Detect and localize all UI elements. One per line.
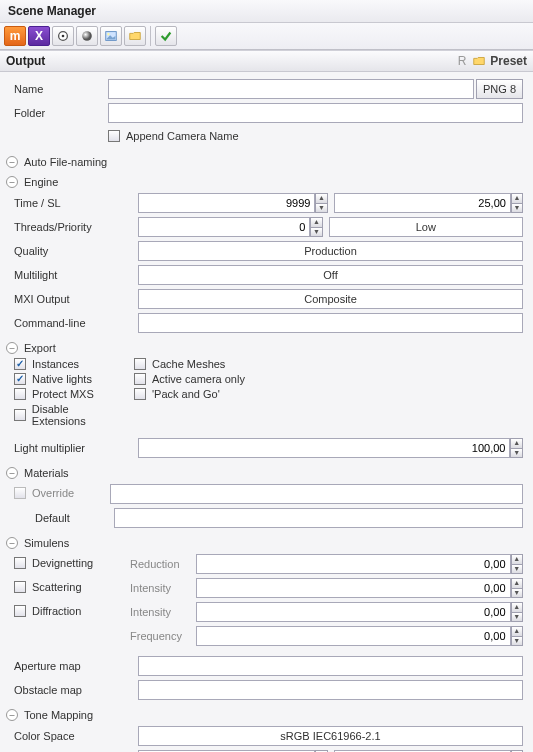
diffraction-checkbox[interactable]: Diffraction bbox=[14, 605, 126, 617]
window-title: Scene Manager bbox=[8, 4, 96, 18]
priority-combo[interactable]: Low bbox=[329, 217, 524, 237]
pack-and-go-checkbox[interactable]: 'Pack and Go' bbox=[134, 388, 245, 400]
intensity1-label: Intensity bbox=[126, 582, 196, 594]
svg-point-1 bbox=[62, 35, 65, 38]
svg-point-2 bbox=[82, 31, 92, 41]
section-title: Output bbox=[6, 54, 45, 68]
sl-stepper[interactable]: ▲▼ bbox=[511, 193, 523, 213]
collapse-icon[interactable]: – bbox=[6, 156, 18, 168]
threads-stepper[interactable]: ▲▼ bbox=[310, 217, 322, 237]
time-stepper[interactable]: ▲▼ bbox=[315, 193, 327, 213]
section-header-output: Output R Preset bbox=[0, 50, 533, 72]
multilight-combo[interactable]: Off bbox=[138, 265, 523, 285]
reduction-stepper[interactable]: ▲▼ bbox=[511, 554, 523, 574]
reduction-label: Reduction bbox=[126, 558, 196, 570]
group-materials[interactable]: – Materials bbox=[6, 467, 523, 479]
collapse-icon[interactable]: – bbox=[6, 467, 18, 479]
folder-label: Folder bbox=[10, 107, 108, 119]
window-titlebar: Scene Manager bbox=[0, 0, 533, 23]
active-camera-only-checkbox[interactable]: Active camera only bbox=[134, 373, 245, 385]
sl-input[interactable] bbox=[334, 193, 511, 213]
default-input[interactable] bbox=[114, 508, 523, 528]
collapse-icon[interactable]: – bbox=[6, 176, 18, 188]
disable-extensions-checkbox[interactable]: Disable Extensions bbox=[14, 403, 124, 427]
svg-point-4 bbox=[107, 33, 109, 35]
group-export[interactable]: – Export bbox=[6, 342, 523, 354]
name-ext-button[interactable]: PNG 8 bbox=[476, 79, 523, 99]
preset-button[interactable]: Preset bbox=[472, 54, 527, 68]
tab-check-icon[interactable] bbox=[155, 26, 177, 46]
frequency-input[interactable] bbox=[196, 626, 511, 646]
instances-checkbox[interactable]: Instances bbox=[14, 358, 124, 370]
light-multiplier-label: Light multiplier bbox=[10, 442, 138, 454]
protect-mxs-checkbox[interactable]: Protect MXS bbox=[14, 388, 124, 400]
quality-label: Quality bbox=[10, 245, 138, 257]
collapse-icon[interactable]: – bbox=[6, 537, 18, 549]
collapse-icon[interactable]: – bbox=[6, 709, 18, 721]
folder-input[interactable] bbox=[108, 103, 523, 123]
r-indicator: R bbox=[458, 54, 467, 68]
tab-folder-icon[interactable] bbox=[124, 26, 146, 46]
multilight-label: Multilight bbox=[10, 269, 138, 281]
intensity2-stepper[interactable]: ▲▼ bbox=[511, 602, 523, 622]
reduction-input[interactable] bbox=[196, 554, 511, 574]
tab-x-icon[interactable]: X bbox=[28, 26, 50, 46]
override-checkbox[interactable]: Override bbox=[14, 487, 110, 499]
native-lights-checkbox[interactable]: Native lights bbox=[14, 373, 124, 385]
time-input[interactable] bbox=[138, 193, 315, 213]
group-auto-file-naming[interactable]: – Auto File-naming bbox=[6, 156, 523, 168]
cache-meshes-checkbox[interactable]: Cache Meshes bbox=[134, 358, 245, 370]
intensity2-label: Intensity bbox=[126, 606, 196, 618]
collapse-icon[interactable]: – bbox=[6, 342, 18, 354]
intensity2-input[interactable] bbox=[196, 602, 511, 622]
scattering-checkbox[interactable]: Scattering bbox=[14, 581, 126, 593]
default-label: Default bbox=[14, 512, 114, 524]
override-input[interactable] bbox=[110, 484, 523, 504]
toolbar-separator bbox=[150, 26, 151, 46]
name-input[interactable] bbox=[108, 79, 474, 99]
intensity1-input[interactable] bbox=[196, 578, 511, 598]
time-sl-label: Time / SL bbox=[10, 197, 138, 209]
color-space-label: Color Space bbox=[10, 730, 138, 742]
frequency-stepper[interactable]: ▲▼ bbox=[511, 626, 523, 646]
light-multiplier-stepper[interactable]: ▲▼ bbox=[510, 438, 523, 458]
mxi-output-combo[interactable]: Composite bbox=[138, 289, 523, 309]
frequency-label: Frequency bbox=[126, 630, 196, 642]
aperture-map-input[interactable] bbox=[138, 656, 523, 676]
obstacle-map-label: Obstacle map bbox=[10, 684, 138, 696]
mxi-output-label: MXI Output bbox=[10, 293, 138, 305]
toolbar: m X bbox=[0, 23, 533, 50]
group-engine[interactable]: – Engine bbox=[6, 176, 523, 188]
color-space-combo[interactable]: sRGB IEC61966-2.1 bbox=[138, 726, 523, 746]
append-camera-name-checkbox[interactable]: Append Camera Name bbox=[108, 130, 239, 142]
light-multiplier-input[interactable] bbox=[138, 438, 510, 458]
folder-icon bbox=[472, 54, 486, 68]
threads-priority-label: Threads/Priority bbox=[10, 221, 138, 233]
aperture-map-label: Aperture map bbox=[10, 660, 138, 672]
intensity1-stepper[interactable]: ▲▼ bbox=[511, 578, 523, 598]
threads-input[interactable] bbox=[138, 217, 310, 237]
group-simulens[interactable]: – Simulens bbox=[6, 537, 523, 549]
quality-combo[interactable]: Production bbox=[138, 241, 523, 261]
preset-label: Preset bbox=[490, 54, 527, 68]
tab-circle-icon[interactable] bbox=[52, 26, 74, 46]
tab-image-icon[interactable] bbox=[100, 26, 122, 46]
group-tone-mapping[interactable]: – Tone Mapping bbox=[6, 709, 523, 721]
tab-sphere-icon[interactable] bbox=[76, 26, 98, 46]
devignetting-checkbox[interactable]: Devignetting bbox=[14, 557, 126, 569]
obstacle-map-input[interactable] bbox=[138, 680, 523, 700]
name-label: Name bbox=[10, 83, 108, 95]
tab-m-icon[interactable]: m bbox=[4, 26, 26, 46]
command-line-label: Command-line bbox=[10, 317, 138, 329]
command-line-input[interactable] bbox=[138, 313, 523, 333]
